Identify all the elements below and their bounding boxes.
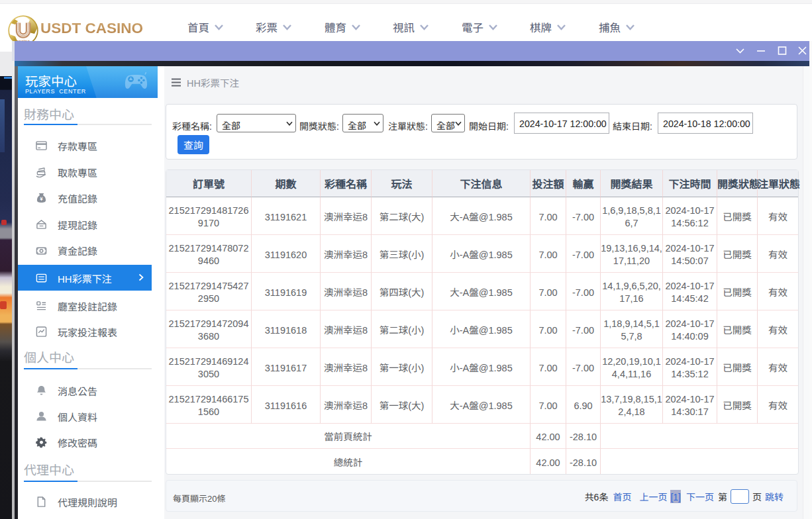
svg-text:¥: ¥ <box>40 195 43 201</box>
